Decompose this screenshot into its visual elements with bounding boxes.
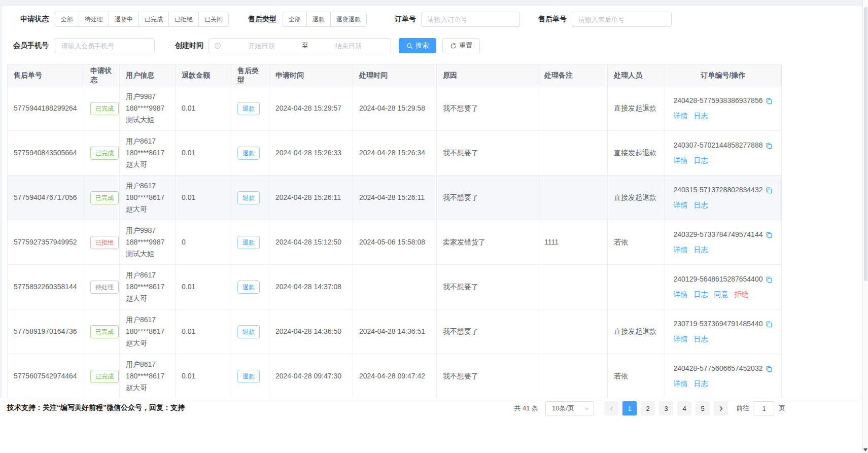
table-header-row: 售后单号申请状态用户信息退款金额售后类型申请时间处理时间原因处理备注处理人员订单…	[8, 65, 782, 86]
action-approve-link[interactable]: 同意	[714, 290, 728, 298]
type-badge: 退款	[237, 281, 260, 294]
start-date-input[interactable]	[224, 42, 299, 50]
goto-page: 前往 页	[736, 401, 785, 415]
action-links: 详情日志	[674, 155, 773, 166]
cell-refund-amount: 0.01	[176, 265, 231, 309]
column-header-0: 售后单号	[8, 65, 84, 86]
page-button-4[interactable]: 4	[677, 401, 691, 415]
aftersale-no-label: 售后单号	[538, 15, 567, 24]
cell-reason: 我不想要了	[437, 265, 538, 309]
scrollbar-thumb[interactable]	[864, 7, 867, 281]
type-option-2[interactable]: 退货退款	[330, 12, 367, 27]
create-time-range-picker[interactable]: 至	[209, 38, 391, 53]
date-range-separator: 至	[299, 41, 311, 50]
vertical-scrollbar[interactable]	[862, 0, 868, 453]
chevron-down-icon	[584, 406, 589, 411]
cell-apply-time: 2024-04-28 15:26:33	[269, 131, 353, 176]
copy-icon[interactable]	[766, 365, 773, 372]
cell-reason: 我不想要了	[437, 309, 538, 354]
cell-refund-amount: 0.01	[176, 131, 231, 176]
type-option-0[interactable]: 全部	[283, 12, 307, 27]
cell-type: 退款	[231, 220, 269, 265]
copy-icon[interactable]	[766, 276, 773, 283]
status-badge: 已完成	[90, 102, 119, 115]
column-header-7: 原因	[437, 65, 538, 86]
copy-icon[interactable]	[766, 97, 773, 104]
end-date-input[interactable]	[311, 42, 386, 50]
status-filter-label: 申请状态	[2, 15, 49, 24]
total-count: 共 41 条	[514, 404, 538, 413]
cell-aftersale-no: 5775944188299264	[8, 86, 84, 131]
page-button-3[interactable]: 3	[659, 401, 673, 415]
cell-handle-time: 2024-05-06 15:58:08	[353, 220, 437, 265]
action-log-link[interactable]: 日志	[694, 290, 708, 298]
scrollbar-down-arrow-icon[interactable]	[863, 448, 867, 451]
filter-row-2: 会员手机号 创建时间 至 搜索 重置	[2, 38, 862, 53]
action-detail-link[interactable]: 详情	[674, 379, 688, 388]
filter-row-1: 申请状态 全部待处理退货中已完成已拒绝已关闭 售后类型 全部退款退货退款 订单号…	[2, 12, 862, 27]
status-option-1[interactable]: 待处理	[79, 12, 109, 27]
action-log-link[interactable]: 日志	[694, 379, 708, 388]
cell-type: 退款	[231, 354, 269, 399]
user-info: 用户8617180****8617赵大哥	[126, 314, 169, 349]
aftersale-no-input[interactable]	[572, 12, 672, 27]
cell-reason: 我不想要了	[437, 354, 538, 399]
action-detail-link[interactable]: 详情	[674, 201, 688, 209]
copy-icon[interactable]	[766, 231, 773, 238]
copy-icon[interactable]	[766, 187, 773, 194]
status-option-0[interactable]: 全部	[55, 12, 79, 27]
page-button-5[interactable]: 5	[696, 401, 710, 415]
action-log-link[interactable]: 日志	[694, 112, 708, 120]
status-option-5[interactable]: 已关闭	[198, 12, 229, 27]
page-size-value: 10条/页	[552, 404, 574, 413]
cell-aftersale-no: 5775607542974464	[8, 354, 84, 399]
cell-handle-time: 2024-04-28 15:29:58	[353, 86, 437, 131]
create-time-label: 创建时间	[175, 41, 203, 50]
cell-aftersale-no: 5775927357949952	[8, 220, 84, 265]
order-number: 240307-5702144858277888	[674, 140, 763, 151]
copy-icon[interactable]	[766, 142, 773, 149]
search-icon	[406, 43, 413, 49]
page-button-2[interactable]: 2	[641, 401, 655, 415]
pager: 12345	[602, 401, 730, 415]
action-log-link[interactable]: 日志	[694, 335, 708, 343]
status-option-4[interactable]: 已拒绝	[168, 12, 199, 27]
copy-icon[interactable]	[766, 321, 773, 328]
cell-apply-time: 2024-04-28 15:26:11	[269, 176, 353, 220]
action-detail-link[interactable]: 详情	[674, 335, 688, 343]
action-detail-link[interactable]: 详情	[674, 246, 688, 254]
reset-button[interactable]: 重置	[442, 38, 480, 53]
search-button[interactable]: 搜索	[399, 38, 436, 53]
next-page-button[interactable]	[714, 401, 728, 415]
order-number: 240129-5648615287654400	[674, 273, 763, 285]
action-log-link[interactable]: 日志	[694, 246, 708, 254]
action-log-link[interactable]: 日志	[694, 156, 708, 164]
clock-icon	[214, 42, 221, 49]
cell-remark: 1111	[538, 220, 608, 265]
cell-status: 待处理	[84, 265, 120, 309]
action-detail-link[interactable]: 详情	[674, 290, 688, 298]
type-option-1[interactable]: 退款	[306, 12, 331, 27]
status-option-3[interactable]: 已完成	[138, 12, 169, 27]
goto-suffix: 页	[779, 404, 785, 413]
cell-user-info: 用户9987188****9987测试大姐	[120, 86, 176, 131]
action-log-link[interactable]: 日志	[694, 201, 708, 209]
status-badge: 已完成	[90, 325, 119, 338]
action-reject-link[interactable]: 拒绝	[735, 290, 749, 298]
page-button-1[interactable]: 1	[622, 401, 637, 415]
action-detail-link[interactable]: 详情	[674, 112, 688, 120]
order-no-input[interactable]	[421, 12, 520, 27]
member-phone-input[interactable]	[55, 38, 155, 53]
cell-handle-time	[353, 265, 437, 309]
chevron-right-icon	[718, 406, 724, 411]
prev-page-button[interactable]	[604, 401, 618, 415]
status-option-2[interactable]: 退货中	[109, 12, 139, 27]
cell-handler: 若依	[608, 220, 665, 265]
page-size-select[interactable]: 10条/页	[545, 401, 594, 415]
action-links: 详情日志	[674, 110, 773, 122]
cell-refund-amount: 0.01	[176, 176, 231, 220]
cell-aftersale-no: 5775891970164736	[8, 309, 84, 354]
goto-page-input[interactable]	[753, 401, 775, 415]
status-badge: 已拒绝	[90, 236, 119, 249]
action-detail-link[interactable]: 详情	[674, 156, 688, 164]
